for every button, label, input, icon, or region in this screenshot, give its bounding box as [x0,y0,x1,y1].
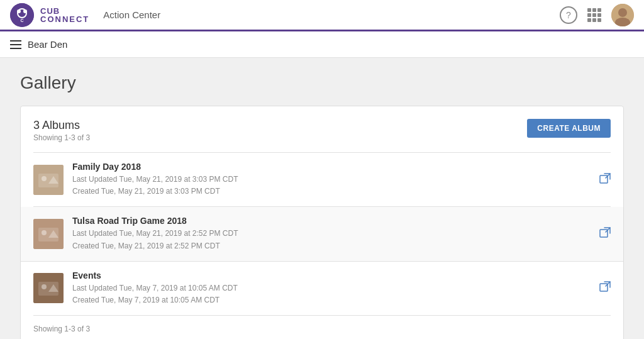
header-right: ? [560,4,634,26]
album-item: Family Day 2018 Last Updated Tue, May 21… [33,153,611,207]
album-open-icon[interactable] [599,227,611,241]
svg-point-15 [42,230,47,235]
create-album-button[interactable]: CREATE ALBUM [527,119,611,138]
hamburger-menu[interactable] [10,40,21,49]
logo-cub: CUB [40,7,89,15]
header: C CUB CONNECT Action Center ? [0,0,644,31]
album-meta: Last Updated Tue, May 7, 2019 at 10:05 A… [72,282,591,306]
action-center-label: Action Center [103,9,160,20]
showing-count: Showing 1-3 of 3 [33,133,90,142]
album-meta: Last Updated Tue, May 21, 2019 at 2:52 P… [72,228,591,252]
album-open-icon[interactable] [599,173,611,187]
sub-header: Bear Den [0,31,644,58]
apps-icon[interactable] [587,8,601,22]
album-item: Events Last Updated Tue, May 7, 2019 at … [33,262,611,316]
gallery-card: 3 Albums Showing 1-3 of 3 CREATE ALBUM F… [20,106,624,339]
album-thumbnail [33,219,64,249]
album-count: 3 Albums [33,119,90,132]
svg-point-20 [42,284,47,289]
album-info: Tulsa Road Trip Game 2018 Last Updated T… [72,216,591,252]
album-name: Tulsa Road Trip Game 2018 [72,216,591,226]
svg-text:C: C [20,18,23,23]
help-icon[interactable]: ? [560,6,577,24]
svg-point-6 [618,8,627,17]
album-name: Events [72,270,591,281]
svg-point-3 [23,9,27,13]
svg-point-0 [10,3,34,27]
album-list: Family Day 2018 Last Updated Tue, May 21… [33,152,611,316]
logo-connect: CONNECT [40,15,89,23]
avatar[interactable] [611,4,634,26]
album-name: Family Day 2018 [72,162,591,172]
album-meta: Last Updated Tue, May 21, 2019 at 3:03 P… [72,174,591,197]
svg-point-2 [17,9,21,13]
album-count-area: 3 Albums Showing 1-3 of 3 [33,119,90,142]
album-info: Events Last Updated Tue, May 7, 2019 at … [72,270,591,306]
album-open-icon[interactable] [599,281,611,295]
page-title: Gallery [20,73,624,93]
album-thumbnail [33,273,64,303]
album-info: Family Day 2018 Last Updated Tue, May 21… [72,162,591,197]
card-header: 3 Albums Showing 1-3 of 3 CREATE ALBUM [33,119,611,142]
logo-text: CUB CONNECT [40,7,89,23]
card-footer: Showing 1-3 of 3 [33,316,611,333]
svg-point-10 [42,176,47,181]
main-content: Gallery 3 Albums Showing 1-3 of 3 CREATE… [0,58,644,339]
album-item: Tulsa Road Trip Game 2018 Last Updated T… [21,207,623,261]
logo-icon: C [10,3,34,27]
album-thumbnail [33,165,64,195]
sub-header-title: Bear Den [28,39,67,50]
logo-area: C CUB CONNECT Action Center [10,3,160,27]
